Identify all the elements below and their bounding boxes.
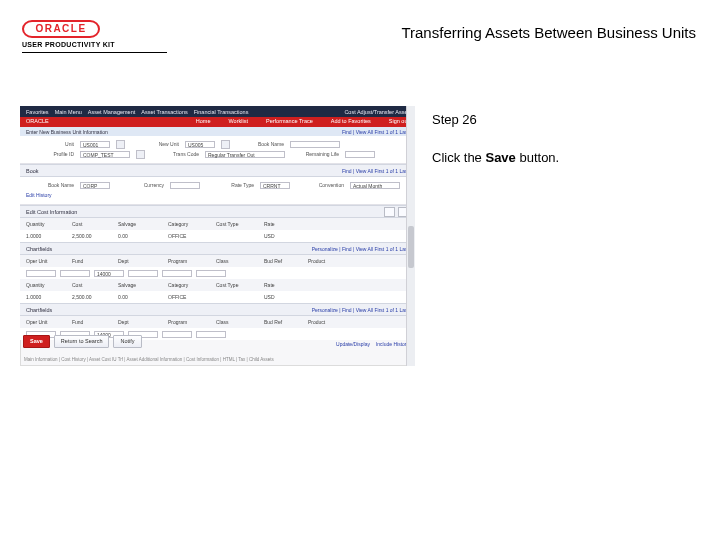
redbar-link[interactable]: Add to Favorites (331, 118, 371, 124)
book-name-field[interactable] (290, 141, 340, 148)
col-head: Fund (72, 319, 114, 325)
notify-button[interactable]: Notify (113, 335, 141, 348)
cost2-grid-header: Quantity Cost Salvage Category Cost Type… (20, 279, 415, 291)
breadcrumb-paging[interactable]: Find | View All First 1 of 1 Last (342, 129, 409, 135)
vertical-scrollbar[interactable] (406, 106, 415, 366)
brand-divider (22, 52, 167, 53)
field-label: Trans Code (151, 151, 199, 157)
cf-cell[interactable] (26, 270, 56, 277)
instruction-prefix: Click the (432, 150, 485, 165)
field-label: Book Name (236, 141, 284, 147)
field-label: New Unit (131, 141, 179, 147)
currency-field[interactable] (170, 182, 200, 189)
col-head: Oper Unit (26, 258, 68, 264)
red-bar: ORACLE Home Worklist Performance Trace A… (20, 117, 415, 127)
cf2-grid-header: Oper Unit Fund Dept Program Class Bud Re… (20, 316, 415, 328)
redbar-link[interactable]: Performance Trace (266, 118, 313, 124)
col-head: Rate (264, 221, 304, 227)
new-unit-field[interactable]: US005 (185, 141, 215, 148)
redbar-link[interactable]: Worklist (229, 118, 248, 124)
cost-grid-header: Quantity Cost Salvage Category Cost Type… (20, 218, 415, 230)
section-label: Chartfields (26, 246, 52, 252)
col-head: Bud Ref (264, 319, 304, 325)
cf-cell[interactable] (162, 270, 192, 277)
col-head: Program (168, 319, 212, 325)
rate-type-field[interactable]: CRRNT (260, 182, 290, 189)
cf-cell[interactable] (60, 270, 90, 277)
section-paging[interactable]: Find | View All First 1 of 1 Last (342, 168, 409, 174)
lookup-icon[interactable] (221, 140, 230, 149)
breadcrumb-left: Enter New Business Unit Information (26, 129, 108, 135)
cf-grid-row: 14000 (20, 267, 415, 279)
brand-product-line: USER PRODUCTIVITY KIT (22, 40, 162, 49)
cell: 0.00 (118, 233, 164, 239)
cf-grid-header: Oper Unit Fund Dept Program Class Bud Re… (20, 255, 415, 267)
trans-code-field[interactable]: Regular Transfer Out (205, 151, 285, 158)
col-head: Cost Type (216, 221, 260, 227)
cell: 1.0000 (26, 233, 68, 239)
field-label: Rate Type (206, 182, 254, 188)
section-label: Edit Cost Information (26, 209, 77, 215)
nav-item[interactable]: Asset Management (88, 109, 135, 115)
col-head: Category (168, 221, 212, 227)
unit-field[interactable]: US001 (80, 141, 110, 148)
profile-id-field[interactable]: COMP_TEST (80, 151, 130, 158)
nav-item[interactable]: Main Menu (55, 109, 82, 115)
top-nav: Favorites Main Menu Asset Management Ass… (20, 106, 415, 117)
nav-item[interactable]: Financial Transactions (194, 109, 249, 115)
include-history-link[interactable]: Include History (376, 341, 409, 347)
field-label: Unit (26, 141, 74, 147)
cf-cell[interactable] (128, 270, 158, 277)
redbar-link[interactable]: Home (196, 118, 211, 124)
cost2-grid-row: 1.0000 2,500.00 0.00 OFFICE USD (20, 291, 415, 303)
col-head: Rate (264, 282, 304, 288)
field-label: Profile ID (26, 151, 74, 157)
col-head: Quantity (26, 221, 68, 227)
instruction-key: Save (485, 150, 515, 165)
book-name-field-2[interactable]: CORP (80, 182, 110, 189)
grid-personalize-link[interactable]: Personalize | Find | View All First 1 of… (312, 307, 409, 313)
col-head: Bud Ref (264, 258, 304, 264)
grid-tool-icon[interactable] (384, 207, 395, 217)
field-label: Convention (296, 182, 344, 188)
field-label: Book Name (26, 182, 74, 188)
convention-field[interactable]: Actual Month (350, 182, 400, 189)
grid-personalize-link[interactable]: Personalize | Find | View All First 1 of… (312, 246, 409, 252)
col-head: Dept (118, 258, 164, 264)
section-chartfields: Chartfields Personalize | Find | View Al… (20, 242, 415, 255)
cost-grid-row: 1.0000 2,500.00 0.00 OFFICE USD (20, 230, 415, 242)
cost-history-link[interactable]: Edit History (26, 192, 52, 198)
cell: USD (264, 294, 304, 300)
brand-block: ORACLE USER PRODUCTIVITY KIT (22, 20, 162, 49)
footer-links: Main Information | Cost History | Asset … (24, 357, 403, 362)
red-bar-logo: ORACLE (26, 118, 49, 124)
cf-cell[interactable]: 14000 (94, 270, 124, 277)
cf-cell[interactable] (196, 331, 226, 338)
cf-cell[interactable] (196, 270, 226, 277)
lookup-icon[interactable] (136, 150, 145, 159)
cell: 0.00 (118, 294, 164, 300)
instruction-suffix: button. (516, 150, 559, 165)
cf-cell[interactable] (162, 331, 192, 338)
cell: OFFICE (168, 233, 212, 239)
remaining-life-field[interactable] (345, 151, 375, 158)
cell: 2,500.00 (72, 233, 114, 239)
breadcrumb: Enter New Business Unit Information Find… (20, 127, 415, 136)
scrollbar-thumb[interactable] (408, 226, 414, 268)
save-button[interactable]: Save (23, 335, 50, 348)
cell: 1.0000 (26, 294, 68, 300)
field-label: Remaining Life (291, 151, 339, 157)
col-head: Salvage (118, 221, 164, 227)
col-head: Cost (72, 221, 114, 227)
col-head: Category (168, 282, 212, 288)
return-to-search-button[interactable]: Return to Search (54, 335, 110, 348)
step-label: Step 26 (432, 112, 477, 128)
nav-item[interactable]: Asset Transactions (141, 109, 187, 115)
section-label: Chartfields (26, 307, 52, 313)
col-head: Class (216, 319, 260, 325)
nav-item[interactable]: Cost Adjust/Transfer Asset (344, 109, 409, 115)
col-head: Product (308, 258, 342, 264)
update-display-link[interactable]: Update/Display (336, 341, 370, 347)
nav-item[interactable]: Favorites (26, 109, 49, 115)
lookup-icon[interactable] (116, 140, 125, 149)
